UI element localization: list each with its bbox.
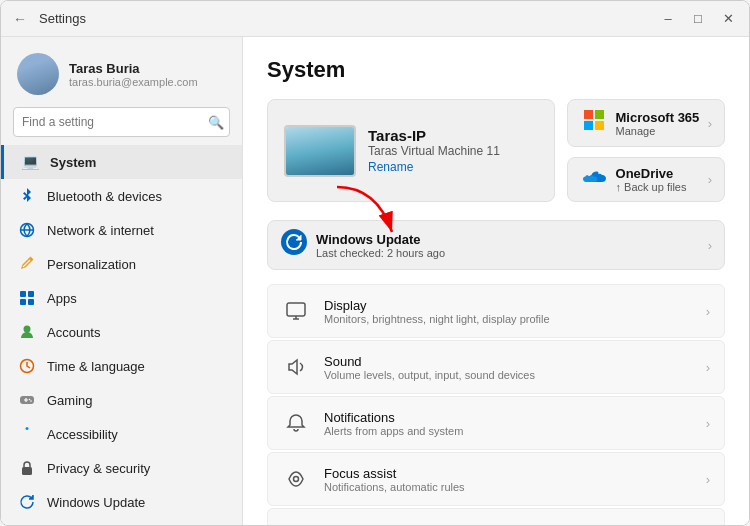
windows-update-title: Windows Update [316, 232, 700, 247]
focus-assist-info: Focus assist Notifications, automatic ru… [324, 466, 692, 493]
titlebar-left: ← Settings [13, 11, 86, 27]
onedrive-card[interactable]: OneDrive ↑ Back up files › [567, 157, 725, 202]
svg-point-19 [294, 477, 299, 482]
microsoft365-title: Microsoft 365 [616, 110, 700, 125]
settings-item-focus-assist[interactable]: Focus assist Notifications, automatic ru… [267, 452, 725, 506]
microsoft365-icon [580, 108, 608, 138]
display-title: Display [324, 298, 692, 313]
notifications-info: Notifications Alerts from apps and syste… [324, 410, 692, 437]
user-name: Taras Buria [69, 61, 226, 76]
search-input[interactable] [13, 107, 230, 137]
settings-list: Display Monitors, brightness, night ligh… [267, 284, 725, 525]
sidebar-item-label: Accessibility [47, 427, 118, 442]
search-icon: 🔍 [208, 115, 224, 130]
user-info: Taras Buria taras.buria@example.com [69, 61, 226, 88]
focus-assist-title: Focus assist [324, 466, 692, 481]
chevron-icon: › [706, 416, 710, 431]
device-info: Taras-IP Taras Virtual Machine 11 Rename [368, 127, 538, 174]
window-controls: – □ ✕ [659, 11, 737, 26]
small-cards: Microsoft 365 Manage › [567, 99, 725, 202]
windows-update-card[interactable]: Windows Update Last checked: 2 hours ago… [267, 220, 725, 270]
svg-point-16 [281, 229, 307, 255]
sidebar-item-windows-update[interactable]: Windows Update [1, 485, 242, 519]
windows-update-subtitle: Last checked: 2 hours ago [316, 247, 700, 259]
bluetooth-icon [17, 186, 37, 206]
page-title: System [267, 57, 725, 83]
network-icon [17, 220, 37, 240]
sidebar-item-network[interactable]: Network & internet [1, 213, 242, 247]
settings-item-power[interactable]: Power Sleep, battery usage, battery save… [267, 508, 725, 525]
avatar-image [17, 53, 59, 95]
notifications-title: Notifications [324, 410, 692, 425]
sidebar-item-bluetooth[interactable]: Bluetooth & devices [1, 179, 242, 213]
focus-assist-icon [282, 465, 310, 493]
apps-icon [17, 288, 37, 308]
chevron-icon: › [708, 238, 712, 253]
device-rename-link[interactable]: Rename [368, 160, 538, 174]
chevron-icon: › [706, 360, 710, 375]
svg-rect-12 [584, 110, 593, 119]
sidebar-item-accounts[interactable]: Accounts [1, 315, 242, 349]
device-name: Taras-IP [368, 127, 538, 144]
search-box: 🔍 [13, 107, 230, 137]
accounts-icon [17, 322, 37, 342]
svg-point-8 [29, 399, 31, 401]
sidebar-item-privacy[interactable]: Privacy & security [1, 451, 242, 485]
microsoft365-info: Microsoft 365 Manage [616, 110, 700, 137]
sidebar-item-system[interactable]: 💻 System [1, 145, 242, 179]
display-icon [282, 297, 310, 325]
time-icon [17, 356, 37, 376]
settings-item-display[interactable]: Display Monitors, brightness, night ligh… [267, 284, 725, 338]
sidebar-item-label: Time & language [47, 359, 145, 374]
minimize-button[interactable]: – [659, 11, 677, 26]
sidebar-item-label: Apps [47, 291, 77, 306]
sidebar-item-label: Personalization [47, 257, 136, 272]
power-title: Power [324, 522, 692, 526]
onedrive-icon [580, 167, 608, 193]
sound-subtitle: Volume levels, output, input, sound devi… [324, 369, 692, 381]
sound-info: Sound Volume levels, output, input, soun… [324, 354, 692, 381]
sidebar-item-apps[interactable]: Apps [1, 281, 242, 315]
settings-item-notifications[interactable]: Notifications Alerts from apps and syste… [267, 396, 725, 450]
privacy-icon [17, 458, 37, 478]
svg-point-5 [24, 326, 31, 333]
notifications-subtitle: Alerts from apps and system [324, 425, 692, 437]
svg-rect-14 [584, 121, 593, 130]
chevron-icon: › [708, 172, 712, 187]
microsoft365-subtitle: Manage [616, 125, 700, 137]
personalization-icon [17, 254, 37, 274]
windows-update-info: Windows Update Last checked: 2 hours ago [316, 232, 700, 259]
svg-rect-2 [28, 291, 34, 297]
chevron-icon: › [706, 472, 710, 487]
microsoft365-card[interactable]: Microsoft 365 Manage › [567, 99, 725, 147]
svg-rect-15 [595, 121, 604, 130]
settings-item-sound[interactable]: Sound Volume levels, output, input, soun… [267, 340, 725, 394]
user-email: taras.buria@example.com [69, 76, 226, 88]
power-info: Power Sleep, battery usage, battery save… [324, 522, 692, 526]
device-card[interactable]: Taras-IP Taras Virtual Machine 11 Rename [267, 99, 555, 202]
sidebar-item-label: Accounts [47, 325, 100, 340]
sidebar-item-personalization[interactable]: Personalization [1, 247, 242, 281]
device-subtitle: Taras Virtual Machine 11 [368, 144, 538, 158]
close-button[interactable]: ✕ [719, 11, 737, 26]
svg-rect-3 [20, 299, 26, 305]
power-icon [282, 521, 310, 525]
top-cards-wrapper: Taras-IP Taras Virtual Machine 11 Rename [267, 99, 725, 270]
sidebar-item-gaming[interactable]: Gaming [1, 383, 242, 417]
display-info: Display Monitors, brightness, night ligh… [324, 298, 692, 325]
sound-icon [282, 353, 310, 381]
sidebar-item-label: Gaming [47, 393, 93, 408]
user-profile[interactable]: Taras Buria taras.buria@example.com [1, 45, 242, 107]
onedrive-info: OneDrive ↑ Back up files [616, 166, 700, 193]
maximize-button[interactable]: □ [689, 11, 707, 26]
back-button[interactable]: ← [13, 11, 27, 27]
device-thumbnail [284, 125, 356, 177]
sidebar-item-accessibility[interactable]: Accessibility [1, 417, 242, 451]
sound-title: Sound [324, 354, 692, 369]
sidebar-item-time[interactable]: Time & language [1, 349, 242, 383]
sidebar-item-label: Network & internet [47, 223, 154, 238]
nav-list: 💻 System Bluetooth & devices Network & i… [1, 145, 242, 519]
sidebar-item-label: Windows Update [47, 495, 145, 510]
system-icon: 💻 [20, 152, 40, 172]
windows-update-row-wrapper: Windows Update Last checked: 2 hours ago… [267, 220, 725, 270]
